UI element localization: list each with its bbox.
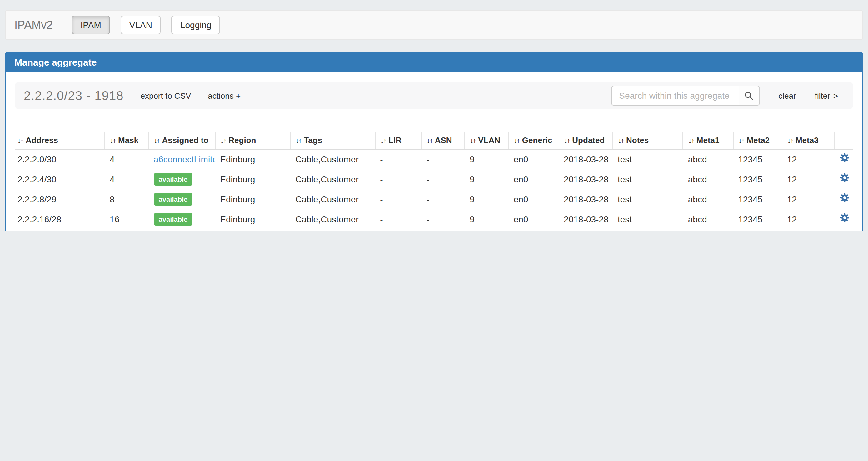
gear-button[interactable] [840, 153, 849, 162]
col-header-vlan[interactable]: ↓↑VLAN [465, 132, 509, 150]
cell-assigned: available [149, 209, 215, 229]
cell-meta3: 12 [782, 209, 835, 229]
cell-notes: test [613, 150, 683, 169]
col-header-generic[interactable]: ↓↑Generic [509, 132, 559, 150]
cell-meta2: 12345 [733, 209, 782, 229]
col-header-address[interactable]: ↓↑Address [15, 132, 105, 150]
search-button[interactable] [738, 86, 760, 105]
gear-icon [840, 213, 849, 222]
cell-region: Edinburg [215, 229, 290, 230]
aggregate-title: 2.2.2.0/23 - 1918 [24, 88, 123, 103]
gear-icon [840, 193, 849, 202]
col-header-actions [835, 132, 853, 150]
nav-tab-vlan[interactable]: VLAN [121, 15, 161, 34]
col-header-meta1[interactable]: ↓↑Meta1 [683, 132, 733, 150]
table-header: ↓↑Address↓↑Mask↓↑Assigned to↓↑Region↓↑Ta… [15, 132, 853, 150]
search-input[interactable] [611, 86, 739, 105]
cell-meta3: 12 [782, 150, 835, 169]
col-header-updated[interactable]: ↓↑Updated [559, 132, 613, 150]
cell-vlan: 9 [465, 209, 509, 229]
cell-asn: - [422, 169, 465, 189]
gear-button[interactable] [840, 213, 849, 222]
cell-lir: - [375, 150, 422, 169]
cell-updated: 2018-03-28 [559, 189, 613, 209]
cell-updated: 2018-03-28 [559, 150, 613, 169]
assigned-link[interactable]: a6connectLimite... [154, 154, 215, 164]
col-header-tags[interactable]: ↓↑Tags [290, 132, 375, 150]
cell-meta1: abcd [683, 189, 733, 209]
table-header-row: ↓↑Address↓↑Mask↓↑Assigned to↓↑Region↓↑Ta… [15, 132, 853, 150]
cell-meta3: 12 [782, 229, 835, 230]
cell-generic: en0 [509, 150, 559, 169]
cell-meta2: 12345 [733, 229, 782, 230]
cell-mask: 8 [105, 189, 149, 209]
sort-icon: ↓↑ [787, 137, 793, 144]
export-csv-link[interactable]: export to CSV [140, 91, 191, 100]
cell-region: Edinburg [215, 150, 290, 169]
col-header-notes[interactable]: ↓↑Notes [613, 132, 683, 150]
cell-meta1: abcd [683, 209, 733, 229]
actions-menu-link[interactable]: actions + [208, 91, 241, 100]
cell-vlan: 9 [465, 229, 509, 230]
cell-meta3: 12 [782, 189, 835, 209]
cell-lir: - [375, 209, 422, 229]
cell-generic: en0 [509, 189, 559, 209]
cell-notes: test [613, 189, 683, 209]
sort-icon: ↓↑ [296, 137, 301, 144]
clear-link[interactable]: clear [778, 91, 796, 100]
cell-mask: 16 [105, 209, 149, 229]
table-body: 2.2.2.0/304a6connectLimite...EdinburgCab… [15, 150, 853, 230]
cell-mask: 4 [105, 169, 149, 189]
cell-mask: 4 [105, 229, 149, 230]
table-row: 2.2.2.32/304a6connectLimite...EdinburgCa… [15, 229, 853, 230]
gear-button[interactable] [840, 193, 849, 202]
cell-region: Edinburg [215, 209, 290, 229]
cell-updated: 2018-03-28 [559, 209, 613, 229]
cell-asn: - [422, 209, 465, 229]
aggregate-toolbar: 2.2.2.0/23 - 1918 export to CSV actions … [15, 82, 853, 109]
sort-icon: ↓↑ [470, 137, 475, 144]
cell-assigned: available [149, 189, 215, 209]
sort-icon: ↓↑ [738, 137, 744, 144]
sort-icon: ↓↑ [154, 137, 160, 144]
filter-link[interactable]: filter> [815, 91, 838, 100]
row-actions-cell [835, 150, 853, 169]
panel-title: Manage aggregate [6, 53, 862, 72]
cell-assigned: available [149, 169, 215, 189]
blocks-table: ↓↑Address↓↑Mask↓↑Assigned to↓↑Region↓↑Ta… [15, 132, 853, 230]
row-actions-cell [835, 169, 853, 189]
cell-vlan: 9 [465, 150, 509, 169]
cell-assigned: a6connectLimite... [149, 150, 215, 169]
sort-icon: ↓↑ [427, 137, 432, 144]
cell-address: 2.2.2.32/30 [15, 229, 105, 230]
cell-asn: - [422, 189, 465, 209]
chevron-right-icon: > [833, 91, 838, 100]
cell-meta3: 12 [782, 169, 835, 189]
gear-button[interactable] [840, 173, 849, 182]
col-header-asn[interactable]: ↓↑ASN [422, 132, 465, 150]
cell-lir: - [375, 189, 422, 209]
col-header-lir[interactable]: ↓↑LIR [375, 132, 422, 150]
sort-icon: ↓↑ [688, 137, 694, 144]
page: IPAMv2 IPAMVLANLogging Manage aggregate … [0, 0, 868, 230]
nav-tab-logging[interactable]: Logging [172, 15, 220, 34]
nav-tab-ipam[interactable]: IPAM [71, 15, 110, 34]
cell-meta2: 12345 [733, 169, 782, 189]
cell-updated: 2018-03-28 [559, 229, 613, 230]
col-header-region[interactable]: ↓↑Region [215, 132, 290, 150]
cell-lir: - [375, 169, 422, 189]
cell-vlan: 9 [465, 169, 509, 189]
status-badge-available: available [154, 173, 193, 186]
col-header-mask[interactable]: ↓↑Mask [105, 132, 149, 150]
cell-asn: - [422, 229, 465, 230]
sort-icon: ↓↑ [514, 137, 520, 144]
table-row: 2.2.2.0/304a6connectLimite...EdinburgCab… [15, 150, 853, 169]
col-header-meta3[interactable]: ↓↑Meta3 [782, 132, 835, 150]
cell-meta1: abcd [683, 150, 733, 169]
col-header-meta2[interactable]: ↓↑Meta2 [733, 132, 782, 150]
cell-lir: - [375, 229, 422, 230]
gear-icon [840, 173, 849, 182]
cell-notes: test [613, 209, 683, 229]
row-actions-cell [835, 209, 853, 229]
col-header-assigned-to[interactable]: ↓↑Assigned to [149, 132, 215, 150]
